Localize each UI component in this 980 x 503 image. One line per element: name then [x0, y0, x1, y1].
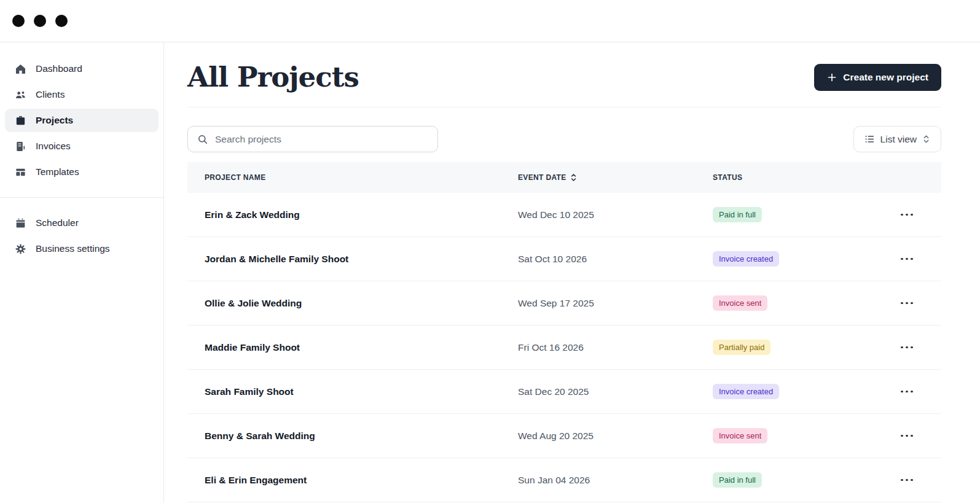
search-box [187, 126, 438, 152]
row-menu-button[interactable] [898, 386, 915, 398]
sidebar-divider [0, 197, 163, 198]
sidebar-item-label: Dashboard [36, 63, 82, 74]
table-row[interactable]: Maddie Family Shoot Fri Oct 16 2026 Part… [187, 326, 941, 370]
calendar-icon [14, 217, 26, 229]
search-input[interactable] [215, 134, 428, 145]
sidebar-item-scheduler[interactable]: Scheduler [5, 211, 159, 235]
project-name: Maddie Family Shoot [205, 342, 518, 353]
status-badge: Partially paid [713, 340, 770, 355]
status-badge: Invoice sent [713, 428, 767, 443]
sidebar-item-label: Projects [36, 115, 73, 126]
page-header: All Projects Create new project [187, 61, 941, 107]
home-icon [14, 63, 26, 75]
status-badge: Invoice created [713, 384, 779, 399]
sidebar-item-projects[interactable]: Projects [5, 109, 159, 132]
row-menu-button[interactable] [898, 297, 915, 310]
sort-icon[interactable] [570, 173, 577, 182]
table-row[interactable]: Ollie & Jolie Wedding Wed Sep 17 2025 In… [187, 281, 941, 326]
list-icon [864, 134, 875, 144]
sidebar-item-label: Templates [36, 166, 79, 177]
table-row[interactable]: Eli & Erin Engagement Sun Jan 04 2026 Pa… [187, 458, 941, 502]
table-row[interactable]: Jordan & Michelle Family Shoot Sat Oct 1… [187, 237, 941, 281]
project-name: Jordan & Michelle Family Shoot [205, 254, 518, 265]
view-selector-button[interactable]: List view [853, 126, 941, 152]
main-content: All Projects Create new project List vie… [164, 42, 980, 503]
row-menu-button[interactable] [898, 474, 915, 486]
sidebar-item-label: Scheduler [36, 217, 79, 228]
event-date: Fri Oct 16 2026 [518, 342, 713, 353]
event-date: Wed Sep 17 2025 [518, 298, 713, 309]
projects-table: PROJECT NAME EVENT DATE STATUS Erin & Za… [187, 162, 941, 502]
column-header-event-date[interactable]: EVENT DATE [518, 173, 713, 182]
window-control-dot[interactable] [55, 15, 68, 27]
column-header-project-name: PROJECT NAME [205, 173, 518, 182]
templates-icon [14, 166, 26, 178]
sidebar-item-label: Business settings [36, 243, 110, 254]
page-title: All Projects [187, 61, 359, 93]
window-control-dot[interactable] [34, 15, 46, 27]
column-header-status: STATUS [713, 173, 898, 182]
project-name: Sarah Family Shoot [205, 386, 518, 397]
row-menu-button[interactable] [898, 209, 915, 221]
briefcase-icon [14, 114, 26, 127]
window-control-dot[interactable] [12, 15, 25, 27]
event-date: Sat Dec 20 2025 [518, 386, 713, 397]
chevron-updown-icon [922, 135, 930, 144]
event-date: Wed Dec 10 2025 [518, 209, 713, 220]
sidebar-item-templates[interactable]: Templates [5, 160, 159, 184]
row-menu-button[interactable] [898, 430, 915, 442]
table-row[interactable]: Erin & Zack Wedding Wed Dec 10 2025 Paid… [187, 193, 941, 237]
table-row[interactable]: Benny & Sarah Wedding Wed Aug 20 2025 In… [187, 414, 941, 458]
status-badge: Paid in full [713, 472, 762, 488]
row-menu-button[interactable] [898, 253, 915, 265]
window-titlebar [0, 0, 980, 42]
gear-icon [14, 243, 26, 255]
row-menu-button[interactable] [898, 341, 915, 354]
users-icon [14, 88, 26, 101]
plus-icon [827, 72, 837, 82]
toolbar: List view [187, 126, 941, 152]
create-button-label: Create new project [843, 72, 928, 83]
invoice-icon [14, 140, 26, 152]
sidebar-item-label: Clients [36, 89, 65, 100]
table-body: Erin & Zack Wedding Wed Dec 10 2025 Paid… [187, 193, 941, 502]
sidebar-item-clients[interactable]: Clients [5, 83, 159, 106]
search-icon [197, 134, 208, 145]
table-header: PROJECT NAME EVENT DATE STATUS [187, 162, 941, 193]
status-badge: Invoice sent [713, 295, 767, 311]
sidebar-item-invoices[interactable]: Invoices [5, 135, 159, 158]
sidebar-item-dashboard[interactable]: Dashboard [5, 57, 159, 80]
create-new-project-button[interactable]: Create new project [814, 64, 941, 91]
column-header-label: EVENT DATE [518, 173, 566, 182]
sidebar-item-business-settings[interactable]: Business settings [5, 237, 159, 260]
sidebar: Dashboard Clients Projects Invoices Temp… [0, 42, 164, 503]
table-row[interactable]: Sarah Family Shoot Sat Dec 20 2025 Invoi… [187, 370, 941, 414]
sidebar-item-label: Invoices [36, 141, 71, 152]
status-badge: Invoice created [713, 251, 779, 267]
project-name: Benny & Sarah Wedding [205, 431, 518, 442]
project-name: Erin & Zack Wedding [205, 209, 518, 220]
view-selector-label: List view [880, 134, 917, 145]
event-date: Sun Jan 04 2026 [518, 475, 713, 486]
project-name: Eli & Erin Engagement [205, 475, 518, 486]
event-date: Wed Aug 20 2025 [518, 431, 713, 442]
status-badge: Paid in full [713, 207, 762, 222]
project-name: Ollie & Jolie Wedding [205, 298, 518, 309]
event-date: Sat Oct 10 2026 [518, 254, 713, 265]
